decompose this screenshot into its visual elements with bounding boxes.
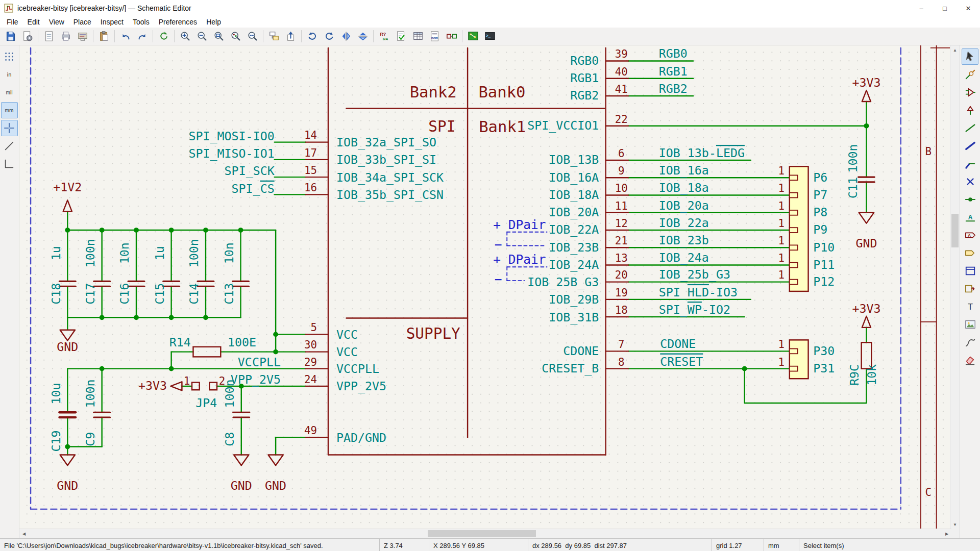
junction-dot[interactable] <box>65 228 70 233</box>
horizontal-scroll-thumb[interactable] <box>428 530 536 537</box>
connector-body[interactable] <box>790 340 808 379</box>
pin-number[interactable]: 9 <box>618 165 625 177</box>
connector-pad[interactable]: P10 <box>813 240 835 254</box>
connector-pin[interactable] <box>790 175 798 180</box>
schematic-canvas[interactable]: SPI_MOSI-IO0SPI_MISO-IO1SPI_SCKSPI_CSVCC… <box>19 45 951 529</box>
value[interactable]: 100n <box>846 144 860 172</box>
junction-dot[interactable] <box>203 228 208 233</box>
pin-number[interactable]: 1 <box>778 269 785 281</box>
connector-pin[interactable] <box>790 280 798 285</box>
menu-preferences[interactable]: Preferences <box>154 16 202 28</box>
hierarchy-navigator-button[interactable] <box>265 28 282 44</box>
value[interactable]: 1u <box>49 246 63 260</box>
pin-name[interactable]: IOB_32a_SPI_SO <box>336 135 436 149</box>
zoom-selection-button[interactable] <box>244 28 261 44</box>
pin-number[interactable]: 15 <box>304 164 317 177</box>
pin-number[interactable]: 41 <box>615 83 628 95</box>
pin-name[interactable]: IOB_34a_SPI_SCK <box>336 170 444 185</box>
pin-name[interactable]: VCCPLL <box>336 362 379 375</box>
pin-name[interactable]: SPI_VCCIO1 <box>527 118 599 133</box>
pin-number[interactable]: 1 <box>778 252 785 264</box>
pin-name[interactable]: VCC <box>336 328 358 341</box>
pin-name[interactable]: CDONE <box>563 344 599 358</box>
frame-letter[interactable]: B <box>925 145 932 158</box>
mirror-horizontal-button[interactable] <box>337 28 354 44</box>
no-connect-button[interactable] <box>962 173 978 190</box>
net-label[interactable]: IOB_23b <box>659 233 709 247</box>
plot-button[interactable] <box>74 28 91 44</box>
connector-pad[interactable]: P12 <box>813 274 835 288</box>
pin-number[interactable]: 14 <box>304 129 317 141</box>
horizontal-scrollbar[interactable]: ◀ ▶ <box>19 529 951 538</box>
vertical-scrollbar[interactable]: ▲ ▼ <box>950 45 960 529</box>
net-label[interactable]: IOB_16a <box>659 163 709 178</box>
maximize-button[interactable]: □ <box>933 0 957 16</box>
pin-number[interactable]: 49 <box>304 424 317 437</box>
dpair-label[interactable]: − <box>495 272 502 287</box>
junction-dot[interactable] <box>238 228 243 233</box>
dpair-label[interactable]: + <box>493 217 501 232</box>
open-pcb-button[interactable] <box>464 28 481 44</box>
net-label[interactable]: IOB_22a <box>659 216 709 230</box>
add-sheet-button[interactable] <box>962 263 978 279</box>
pin-name[interactable]: RGB2 <box>570 88 599 102</box>
pin-number[interactable]: 13 <box>615 252 628 264</box>
menu-file[interactable]: File <box>2 16 23 28</box>
power-label[interactable]: +3V3 <box>852 76 880 89</box>
menu-help[interactable]: Help <box>202 16 226 28</box>
net-label[interactable]: IOB_18a <box>659 181 709 195</box>
pin-number[interactable]: 29 <box>304 356 317 368</box>
connector-pad[interactable]: P11 <box>813 258 835 271</box>
reference[interactable]: C8 <box>223 432 236 446</box>
sheet-pin-button[interactable] <box>962 281 978 297</box>
dpair-label[interactable]: − <box>495 237 502 252</box>
net-label[interactable]: VCCPLL <box>238 355 281 369</box>
reference[interactable]: C9 <box>83 432 97 446</box>
unit-inches-button[interactable]: in <box>1 66 18 83</box>
add-image-button[interactable] <box>962 316 978 333</box>
pin-number[interactable]: 1 <box>778 338 785 350</box>
pin-name[interactable]: IOB_18A <box>549 188 599 202</box>
junction-dot[interactable] <box>169 315 174 320</box>
dpair-label[interactable]: DPair <box>508 217 546 232</box>
value[interactable]: 100n <box>187 239 201 267</box>
add-power-button[interactable] <box>962 102 978 118</box>
wire-to-bus-entry-button[interactable] <box>962 156 978 172</box>
connector-pad[interactable]: P30 <box>813 344 835 358</box>
section-label[interactable]: SUPPLY <box>406 325 460 342</box>
pin-number[interactable]: 1 <box>778 200 785 212</box>
power-label[interactable]: +3V3 <box>138 379 167 392</box>
menu-inspect[interactable]: Inspect <box>96 16 128 28</box>
pin-number[interactable]: 24 <box>304 373 317 386</box>
unit-mm-button[interactable]: mm <box>1 102 18 118</box>
reference[interactable]: JP4 <box>195 396 217 410</box>
delete-tool-button[interactable] <box>962 352 978 368</box>
connector-pad[interactable]: P9 <box>813 222 827 236</box>
connector-pad[interactable]: P8 <box>813 205 827 219</box>
pin-name[interactable]: IOB_13B <box>549 153 599 167</box>
free-angle-button[interactable] <box>1 138 18 154</box>
unit-mils-button[interactable]: mil <box>1 84 18 101</box>
pin-name[interactable]: IOB_33b_SPI_SI <box>336 153 436 167</box>
connector-pad[interactable]: P6 <box>813 170 827 184</box>
mirror-vertical-button[interactable] <box>354 28 371 44</box>
pin-name[interactable]: IOB_16A <box>549 170 599 185</box>
connector-pin[interactable] <box>790 193 798 198</box>
annotate-button[interactable]: R?R4 <box>376 28 393 44</box>
section-label[interactable]: Bank2 <box>410 83 457 101</box>
pin-number[interactable]: 12 <box>615 217 628 230</box>
pin-name[interactable]: PAD/GND <box>336 431 386 444</box>
net-label[interactable]: IOB_24a <box>659 251 709 265</box>
assign-footprints-button[interactable] <box>443 28 460 44</box>
add-junction-button[interactable] <box>962 191 978 208</box>
reference[interactable]: C19 <box>49 431 63 452</box>
pin-number[interactable]: 6 <box>618 147 625 160</box>
connector-pin[interactable] <box>790 348 798 354</box>
scroll-left-icon[interactable]: ◀ <box>19 529 29 538</box>
value[interactable]: 100E <box>228 335 256 349</box>
value[interactable]: 10u <box>49 383 63 405</box>
junction-dot[interactable] <box>864 123 869 129</box>
net-label[interactable]: SPI_MISO-IO1 <box>189 146 275 161</box>
junction-dot[interactable] <box>169 228 174 233</box>
cursor-shape-button[interactable] <box>1 120 18 136</box>
